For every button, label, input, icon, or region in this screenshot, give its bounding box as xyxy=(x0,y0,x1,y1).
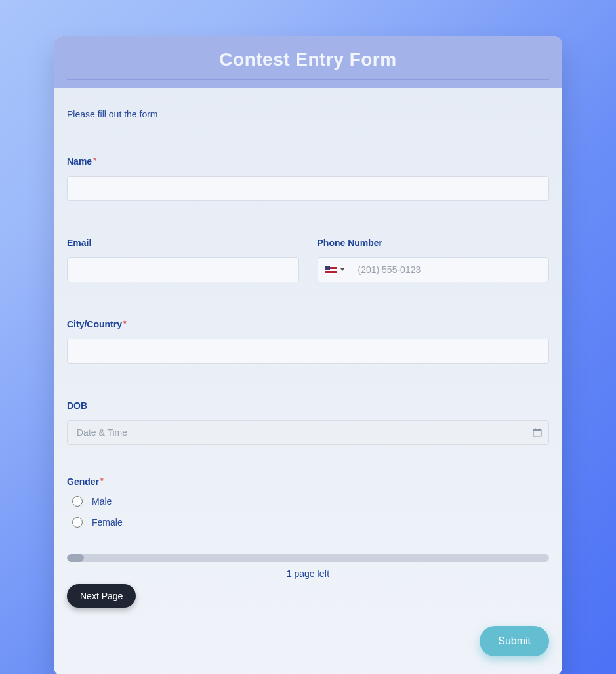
city-label-text: City/Country xyxy=(67,319,122,329)
progress-bar xyxy=(67,554,549,562)
gender-options: Male Female xyxy=(67,496,549,528)
pages-left-suffix: page left xyxy=(292,568,330,579)
submit-button[interactable]: Submit xyxy=(480,626,549,656)
phone-input-group xyxy=(318,257,550,282)
submit-row: Submit xyxy=(67,626,549,656)
chevron-down-icon xyxy=(340,268,344,271)
gender-female-label[interactable]: Female xyxy=(92,517,123,528)
name-label-text: Name xyxy=(67,156,92,167)
dob-label: DOB xyxy=(67,400,549,411)
city-country-input[interactable] xyxy=(67,339,549,364)
required-marker: * xyxy=(123,319,127,328)
gender-male-label[interactable]: Male xyxy=(92,496,112,507)
phone-input[interactable] xyxy=(350,258,549,282)
required-marker: * xyxy=(100,476,104,486)
dob-input-group xyxy=(67,420,549,445)
gender-radio-female[interactable] xyxy=(72,517,83,528)
field-gender-wrap: Gender* Male Female xyxy=(67,476,549,528)
field-name-wrap: Name* xyxy=(67,156,549,201)
field-phone-wrap: Phone Number xyxy=(318,238,550,282)
form-header: Contest Entry Form xyxy=(54,36,562,88)
phone-label: Phone Number xyxy=(318,238,550,248)
country-code-selector[interactable] xyxy=(318,258,350,282)
calendar-icon[interactable] xyxy=(533,428,542,437)
form-body: Please fill out the form Name* Email Pho… xyxy=(54,88,562,674)
email-phone-row: Email Phone Number xyxy=(67,238,549,282)
field-email-wrap: Email xyxy=(67,238,299,282)
svg-rect-4 xyxy=(325,270,337,271)
svg-rect-9 xyxy=(533,429,541,431)
email-input[interactable] xyxy=(67,257,299,282)
svg-rect-6 xyxy=(325,273,337,274)
dob-input[interactable] xyxy=(68,421,533,444)
pages-left-count: 1 xyxy=(287,568,292,579)
next-page-button[interactable]: Next Page xyxy=(67,584,136,608)
field-dob-wrap: DOB xyxy=(67,400,549,445)
progress-fill xyxy=(67,554,84,562)
progress-section: 1 page left Next Page xyxy=(67,554,549,608)
field-city-wrap: City/Country* xyxy=(67,319,549,364)
form-title: Contest Entry Form xyxy=(67,49,549,80)
svg-rect-5 xyxy=(325,272,337,272)
form-card: Contest Entry Form Please fill out the f… xyxy=(54,36,562,674)
intro-text: Please fill out the form xyxy=(67,109,549,119)
name-input[interactable] xyxy=(67,176,549,201)
svg-rect-7 xyxy=(325,266,330,270)
gender-label: Gender* xyxy=(67,476,549,487)
gender-option-male: Male xyxy=(72,496,549,507)
gender-radio-male[interactable] xyxy=(72,496,83,507)
svg-rect-10 xyxy=(535,429,537,431)
us-flag-icon xyxy=(325,266,337,274)
progress-text: 1 page left xyxy=(67,568,549,579)
gender-option-female: Female xyxy=(72,517,549,528)
city-label: City/Country* xyxy=(67,319,549,329)
gender-label-text: Gender xyxy=(67,476,99,487)
name-label: Name* xyxy=(67,156,549,167)
svg-rect-11 xyxy=(539,429,540,431)
email-label: Email xyxy=(67,238,299,248)
required-marker: * xyxy=(93,156,96,165)
